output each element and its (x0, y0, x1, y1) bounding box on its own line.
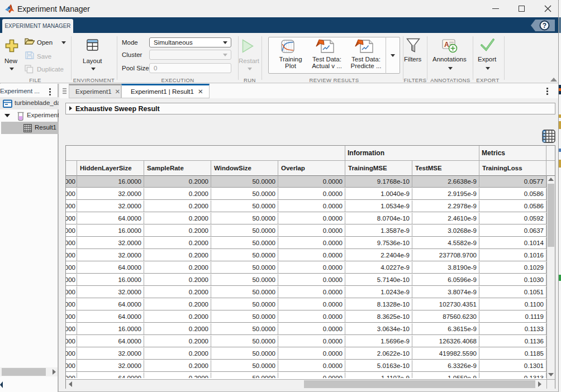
svg-text:A: A (444, 41, 449, 49)
svg-text:?: ? (543, 22, 546, 30)
